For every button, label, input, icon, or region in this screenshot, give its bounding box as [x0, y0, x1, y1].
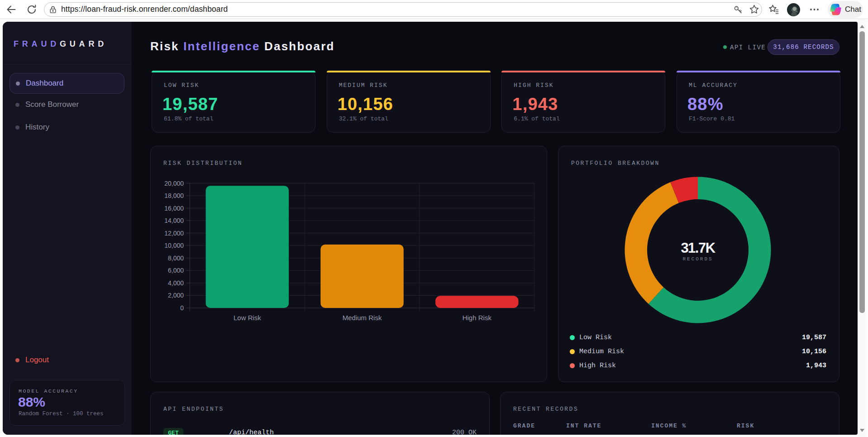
svg-text:8,000: 8,000 [168, 255, 184, 262]
svg-text:16,000: 16,000 [164, 205, 184, 212]
svg-text:Medium Risk: Medium Risk [343, 314, 382, 322]
svg-text:20,000: 20,000 [164, 180, 184, 187]
svg-text:2,000: 2,000 [168, 292, 184, 299]
svg-text:6,000: 6,000 [168, 267, 184, 274]
svg-text:10,000: 10,000 [164, 242, 184, 249]
svg-text:18,000: 18,000 [164, 192, 184, 199]
svg-text:Low Risk: Low Risk [234, 314, 261, 322]
svg-text:High Risk: High Risk [463, 314, 492, 322]
svg-text:14,000: 14,000 [164, 217, 184, 224]
svg-text:12,000: 12,000 [164, 230, 184, 237]
svg-text:0: 0 [180, 304, 184, 312]
svg-text:4,000: 4,000 [168, 279, 184, 287]
